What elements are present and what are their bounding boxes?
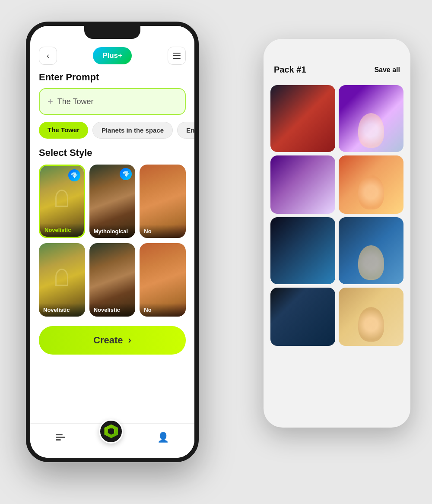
style-grid-top: 💎 Novelistic 💎 Mythological No (30, 165, 194, 243)
gallery-grid (264, 82, 410, 349)
menu-icon (173, 53, 181, 59)
create-arrow-icon: › (128, 335, 131, 346)
style-label-mythological: Mythological (89, 225, 136, 238)
tag-planets[interactable]: Planets in the space (92, 122, 173, 139)
style-label-novelistic-4: No (140, 303, 186, 317)
bottom-nav: 👤 (30, 423, 194, 458)
gallery-item[interactable] (270, 217, 335, 284)
gallery-item[interactable] (270, 85, 335, 152)
style-card-mythological[interactable]: 💎 Mythological (89, 165, 136, 238)
prompt-input-box[interactable]: + The Tower (39, 88, 186, 115)
style-card-novelistic-3[interactable]: Novelistic (89, 243, 136, 317)
diamond-badge: 💎 (68, 169, 80, 181)
tags-row: The Tower Planets in the space End of t… (30, 122, 194, 147)
tag-end[interactable]: End of t… (177, 122, 194, 139)
style-label-novelistic-2: Novelistic (39, 303, 85, 317)
gallery-item[interactable] (339, 155, 403, 214)
create-label: Create (93, 335, 123, 346)
gallery-item[interactable] (339, 288, 403, 346)
profile-icon: 👤 (157, 432, 169, 443)
nav-profile[interactable]: 👤 (157, 432, 169, 443)
style-card-third[interactable]: No (140, 165, 186, 238)
style-card-novelistic-2[interactable]: Novelistic (39, 243, 85, 317)
pack-title: Pack #1 (274, 65, 306, 75)
gallery-item[interactable] (270, 288, 335, 346)
back-button[interactable]: ‹ (39, 47, 57, 65)
style-label-novelistic-3: Novelistic (89, 303, 136, 317)
notch (84, 26, 140, 39)
prompt-section-title: Enter Prompt (30, 72, 194, 88)
tag-tower[interactable]: The Tower (39, 122, 88, 139)
prompt-plus-icon: + (48, 96, 53, 107)
home-icon (56, 434, 65, 441)
nav-home[interactable] (56, 434, 65, 441)
logo-inner-icon (108, 428, 114, 435)
style-section-title: Select Style (30, 147, 194, 165)
style-card-novelistic-4[interactable]: No (140, 243, 186, 317)
menu-button[interactable] (168, 47, 186, 65)
style-label-novelistic: Novelistic (40, 223, 84, 237)
nav-logo-button[interactable] (99, 419, 123, 444)
style-label-third: No (140, 225, 186, 238)
logo-hex-icon (104, 425, 118, 438)
style-grid-bottom: Novelistic Novelistic No (30, 243, 194, 322)
gallery-item[interactable] (339, 85, 403, 152)
front-phone: ‹ Plus+ Enter Prompt + The Tower The Tow… (26, 22, 199, 462)
prompt-text: The Tower (57, 97, 94, 106)
style-card-novelistic-selected[interactable]: 💎 Novelistic (39, 165, 85, 238)
gallery-item[interactable] (270, 155, 335, 214)
plus-button[interactable]: Plus+ (93, 47, 132, 64)
gallery-item[interactable] (339, 217, 403, 284)
back-phone: Pack #1 Save all (264, 39, 410, 428)
save-all-button[interactable]: Save all (374, 66, 400, 74)
create-button[interactable]: Create › (39, 326, 186, 355)
